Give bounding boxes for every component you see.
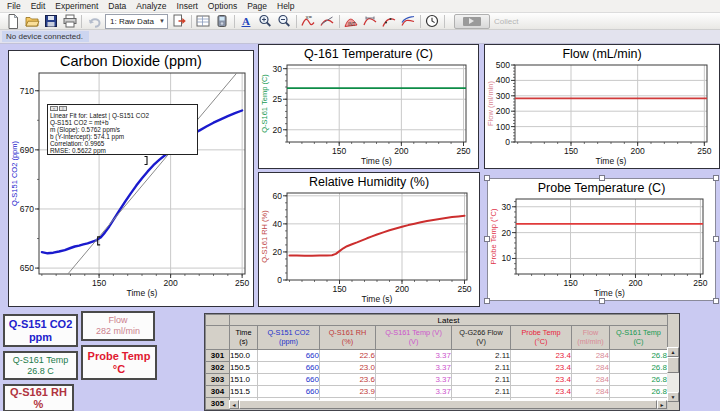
column-header-8[interactable]: Q-S161 Temp(C) (610, 326, 668, 350)
probe-temp-meter[interactable]: Probe Temp°C (81, 345, 157, 380)
flow-meter[interactable]: Flow282 ml/min (81, 311, 155, 341)
autoscale-icon[interactable]: A (237, 14, 256, 29)
table-cell[interactable]: 26.8 (610, 386, 668, 398)
model-icon[interactable] (399, 14, 418, 29)
row-number[interactable]: 304 (206, 386, 230, 398)
table-cell[interactable]: 660 (258, 374, 320, 386)
data-collection-icon[interactable] (423, 14, 442, 29)
table-cell[interactable]: 23.9 (320, 386, 376, 398)
dataset-selector-dropdown[interactable]: 1: Raw Data▼ (105, 14, 168, 29)
q161-temperature-graph-panel[interactable]: Q-161 Temperature (C) 150200250202530Tim… (258, 44, 479, 169)
zoom-out-icon[interactable] (275, 14, 294, 29)
probe-temperature-plot[interactable]: 150200250102030Time (s)Probe Temp (°C) (488, 196, 715, 300)
column-header-3[interactable]: Q-S161 RH(%) (320, 326, 376, 350)
curve-fit-icon[interactable] (380, 14, 399, 29)
tangent-icon[interactable] (318, 14, 337, 29)
selection-handle[interactable] (484, 236, 490, 242)
column-header-2[interactable]: Q-S151 CO2(ppm) (258, 326, 320, 350)
menu-data[interactable]: Data (103, 0, 131, 12)
table-cell[interactable]: 23.4 (511, 386, 572, 398)
row-number[interactable]: 302 (206, 362, 230, 374)
menu-analyze[interactable]: Analyze (131, 0, 171, 12)
relative-humidity-plot[interactable]: 1502002500204060Time (s)Q-S161 RH (%) (259, 190, 479, 306)
table-cell[interactable]: 150.0 (230, 350, 258, 362)
column-header-5[interactable]: Q-G266 Flow(V) (452, 326, 511, 350)
menu-experiment[interactable]: Experiment (50, 0, 103, 12)
meter-icon[interactable] (213, 14, 232, 29)
selection-handle[interactable] (713, 298, 719, 304)
open-file-icon[interactable] (22, 14, 41, 29)
flow-graph-panel[interactable]: Flow (mL/min) 1502002500100200300400500T… (484, 44, 720, 169)
data-table-icon[interactable] (194, 14, 213, 29)
table-cell[interactable]: 26.8 (610, 362, 668, 374)
row-number[interactable]: 303 (206, 374, 230, 386)
table-cell[interactable]: 284 (572, 350, 610, 362)
table-cell[interactable]: 26.8 (610, 350, 668, 362)
scroll-up-icon[interactable]: ▲ (667, 347, 679, 357)
table-cell[interactable]: 23.4 (511, 374, 572, 386)
scroll-left-icon[interactable]: ◄ (229, 400, 239, 409)
table-cell[interactable]: 2.11 (452, 350, 511, 362)
table-cell[interactable]: 3.37 (376, 386, 452, 398)
scroll-right-icon[interactable]: ► (657, 400, 667, 409)
table-cell[interactable]: 2.11 (452, 386, 511, 398)
menu-help[interactable]: Help (272, 0, 299, 12)
scroll-down-icon[interactable]: ▼ (667, 392, 679, 402)
collect-button[interactable]: Collect (454, 14, 518, 29)
selection-handle[interactable] (599, 298, 605, 304)
relative-humidity-graph-panel[interactable]: Relative Humidity (%) 1502002500204060Ti… (258, 172, 480, 307)
selection-handle[interactable] (484, 298, 490, 304)
table-cell[interactable]: 23.4 (511, 350, 572, 362)
table-cell[interactable]: 284 (572, 386, 610, 398)
column-header-6[interactable]: Probe Temp(°C) (511, 326, 572, 350)
table-cell[interactable]: 2.11 (452, 374, 511, 386)
linear-fit-box[interactable]: ×≡ Linear Fit for: Latest | Q-S151 CO2Q-… (47, 104, 198, 155)
horizontal-scroll-thumb[interactable] (239, 400, 657, 409)
table-cell[interactable]: 660 (258, 350, 320, 362)
co2-meter[interactable]: Q-S151 CO2ppm (3, 314, 78, 347)
print-icon[interactable] (60, 14, 79, 29)
table-cell[interactable]: 660 (258, 386, 320, 398)
menu-options[interactable]: Options (203, 0, 242, 12)
column-header-4[interactable]: Q-S161 Temp (V)(V) (376, 326, 452, 350)
table-cell[interactable]: 151.5 (230, 386, 258, 398)
table-cell[interactable]: 151.0 (230, 374, 258, 386)
probe-temperature-graph-panel[interactable]: Probe Temperature (C) 150200250102030Tim… (487, 178, 716, 301)
store-run-icon[interactable] (84, 14, 103, 29)
statistics-icon[interactable] (361, 14, 380, 29)
table-cell[interactable]: 284 (572, 362, 610, 374)
selection-handle[interactable] (484, 175, 490, 181)
table-cell[interactable]: 3.37 (376, 350, 452, 362)
vertical-scroll-thumb[interactable] (667, 357, 679, 373)
table-cell[interactable]: 284 (572, 374, 610, 386)
column-header-1[interactable]: Time(s) (230, 326, 258, 350)
selection-handle[interactable] (713, 175, 719, 181)
row-number[interactable]: 305 (206, 398, 230, 410)
table-cell[interactable]: 3.37 (376, 374, 452, 386)
table-cell[interactable]: 660 (258, 362, 320, 374)
column-header-7[interactable]: Flow(ml/min) (572, 326, 610, 350)
q161-temperature-plot[interactable]: 150200250202530Time (s)Q-S161 Temp (C) (259, 62, 478, 168)
table-cell[interactable]: 2.11 (452, 362, 511, 374)
table-cell[interactable]: 23.6 (320, 374, 376, 386)
menu-file[interactable]: File (2, 0, 26, 12)
row-number[interactable]: 301 (206, 350, 230, 362)
selection-handle[interactable] (599, 175, 605, 181)
menu-page[interactable]: Page (242, 0, 272, 12)
table-cell[interactable]: 22.6 (320, 350, 376, 362)
menu-edit[interactable]: Edit (26, 0, 51, 12)
table-horizontal-scrollbar[interactable]: ◄ ► (229, 400, 667, 409)
table-cell[interactable]: 23.4 (511, 362, 572, 374)
table-cell[interactable]: 26.8 (610, 374, 668, 386)
integral-icon[interactable]: INT (342, 14, 361, 29)
table-vertical-scrollbar[interactable]: ▲ ▼ (667, 347, 679, 402)
table-cell[interactable]: 3.37 (376, 362, 452, 374)
examine-icon[interactable]: x= (299, 14, 318, 29)
table-cell[interactable]: 23.0 (320, 362, 376, 374)
co2-graph-panel[interactable]: Carbon Dioxide (ppm) 1502002506506706907… (8, 50, 254, 307)
next-page-icon[interactable] (170, 14, 189, 29)
temp161-meter[interactable]: Q-S161 Temp26.8 C (3, 351, 78, 380)
data-table-panel[interactable]: LatestTime(s)Q-S151 CO2(ppm)Q-S161 RH(%)… (204, 313, 680, 411)
selection-handle[interactable] (713, 236, 719, 242)
flow-plot[interactable]: 1502002500100200300400500Time (s)Flow (m… (485, 62, 719, 168)
